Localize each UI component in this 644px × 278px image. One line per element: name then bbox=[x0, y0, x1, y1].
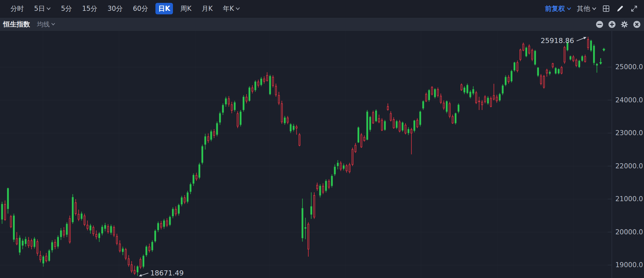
low-value-label: 18671.49 bbox=[150, 269, 184, 277]
candle-body-up bbox=[469, 92, 471, 97]
candle-body-up bbox=[578, 61, 580, 67]
ma-label: 均线 bbox=[37, 20, 50, 29]
timeframe-tab-label: 60分 bbox=[133, 4, 148, 13]
candle-body-up bbox=[172, 209, 174, 216]
candle-body-up bbox=[505, 77, 507, 85]
candle-body-up bbox=[343, 165, 345, 169]
candle-body-up bbox=[569, 56, 571, 59]
candle-body-up bbox=[334, 167, 336, 174]
candle-body-up bbox=[499, 94, 501, 100]
layout-grid-icon[interactable] bbox=[602, 4, 610, 13]
candlestick-chart-area[interactable]: 25000.024000.023000.022000.021000.020000… bbox=[0, 31, 644, 278]
candle-body-up bbox=[487, 98, 489, 104]
candle-body-up bbox=[537, 68, 539, 76]
zoom-out-icon[interactable] bbox=[596, 20, 604, 28]
candle-body-up bbox=[66, 224, 68, 235]
candle-body-up bbox=[319, 186, 321, 195]
timeframe-tab-2[interactable]: 5分 bbox=[58, 3, 75, 14]
candle-body-up bbox=[558, 69, 560, 73]
candle-body-up bbox=[48, 251, 50, 261]
chevron-down-icon bbox=[592, 7, 596, 10]
candle-body-up bbox=[210, 131, 212, 140]
candle-body-up bbox=[240, 112, 242, 125]
candle-body-up bbox=[104, 225, 106, 229]
timeframe-tab-8[interactable]: 月K bbox=[199, 3, 216, 14]
chart-header-bar: 恒生指数 均线 bbox=[0, 18, 644, 31]
candle-body-up bbox=[187, 193, 189, 202]
drawing-brush-icon[interactable] bbox=[616, 4, 624, 13]
candle-body-up bbox=[467, 85, 469, 93]
candle-body-up bbox=[293, 126, 295, 130]
candlestick-chart-svg[interactable]: 25000.024000.023000.022000.021000.020000… bbox=[0, 31, 644, 278]
close-icon[interactable] bbox=[633, 20, 641, 28]
timeframe-tab-label: 年K bbox=[223, 4, 234, 13]
adjustment-dropdown[interactable]: 前复权 bbox=[545, 4, 571, 13]
timeframe-tab-7[interactable]: 周K bbox=[177, 3, 194, 14]
candle-body-up bbox=[51, 242, 53, 250]
candle-body-up bbox=[143, 256, 145, 267]
candle-body-up bbox=[178, 205, 180, 214]
candle-body-up bbox=[248, 88, 250, 101]
chevron-down-icon bbox=[47, 7, 51, 10]
candle-body-up bbox=[596, 64, 598, 65]
candle-body-up bbox=[434, 89, 436, 97]
timeframe-tab-6[interactable]: 日K bbox=[155, 3, 173, 14]
candle-body-up bbox=[526, 48, 527, 56]
candle-body-up bbox=[190, 184, 191, 192]
timeframe-tab-1[interactable]: 5日 bbox=[31, 3, 54, 14]
candle-body-up bbox=[225, 99, 227, 105]
timeframe-tab-4[interactable]: 30分 bbox=[104, 3, 125, 14]
candle-body-up bbox=[72, 197, 74, 222]
candle-body-up bbox=[284, 118, 286, 123]
candle-body-up bbox=[101, 227, 103, 233]
timeframe-tab-label: 月K bbox=[202, 4, 213, 13]
ma-dropdown[interactable]: 均线 bbox=[37, 20, 55, 29]
candle-body-up bbox=[154, 231, 156, 241]
chevron-down-icon bbox=[236, 7, 240, 10]
candle-body-up bbox=[7, 188, 9, 209]
zoom-in-icon[interactable] bbox=[608, 20, 616, 28]
candle-body-up bbox=[446, 101, 448, 112]
candle-body-up bbox=[33, 239, 35, 247]
high-value-label: 25918.86 bbox=[540, 37, 574, 45]
candle-body-up bbox=[514, 62, 516, 70]
top-toolbar: 分时5日5分15分30分60分日K周K月K年K 前复权 其他 bbox=[0, 0, 644, 18]
timeframe-tab-5[interactable]: 60分 bbox=[130, 3, 151, 14]
y-axis-label: 19000.0 bbox=[615, 261, 643, 269]
candle-body-up bbox=[169, 217, 171, 225]
candle-body-up bbox=[201, 146, 203, 163]
timeframe-tab-9[interactable]: 年K bbox=[220, 3, 243, 14]
candle-body-up bbox=[396, 121, 398, 128]
candle-body-up bbox=[193, 175, 195, 184]
candle-body-up bbox=[511, 71, 512, 81]
candle-body-up bbox=[216, 123, 218, 135]
timeframe-tab-label: 分时 bbox=[11, 4, 24, 13]
candle-body-up bbox=[163, 221, 165, 227]
timeframe-tab-0[interactable]: 分时 bbox=[8, 3, 27, 14]
y-axis-label: 23000.0 bbox=[615, 129, 643, 137]
candle-body-up bbox=[408, 129, 410, 133]
y-axis-label: 20000.0 bbox=[615, 228, 643, 236]
candle-body-up bbox=[502, 85, 504, 93]
candle-body-up bbox=[325, 181, 327, 191]
fullscreen-expand-icon[interactable] bbox=[630, 4, 638, 13]
timeframe-tab-3[interactable]: 15分 bbox=[79, 3, 100, 14]
candle-body-up bbox=[555, 68, 557, 74]
candle-body-up bbox=[422, 101, 424, 108]
settings-gear-icon[interactable] bbox=[620, 20, 628, 28]
candle-body-up bbox=[269, 76, 271, 94]
candle-body-up bbox=[369, 117, 371, 130]
y-axis-label: 21000.0 bbox=[615, 195, 643, 203]
timeframe-tab-label: 5分 bbox=[61, 4, 72, 13]
other-dropdown[interactable]: 其他 bbox=[577, 4, 596, 13]
candle-body-up bbox=[402, 122, 404, 130]
chart-background bbox=[0, 31, 644, 278]
candle-body-up bbox=[384, 121, 386, 130]
candle-body-up bbox=[222, 105, 224, 113]
candle-body-up bbox=[302, 208, 304, 238]
timeframe-tabs: 分时5日5分15分30分60分日K周K月K年K bbox=[0, 3, 243, 14]
y-axis-label: 24000.0 bbox=[615, 96, 643, 104]
candle-body-up bbox=[13, 216, 15, 240]
y-axis-label: 22000.0 bbox=[615, 162, 643, 170]
candle-body-up bbox=[428, 90, 430, 100]
